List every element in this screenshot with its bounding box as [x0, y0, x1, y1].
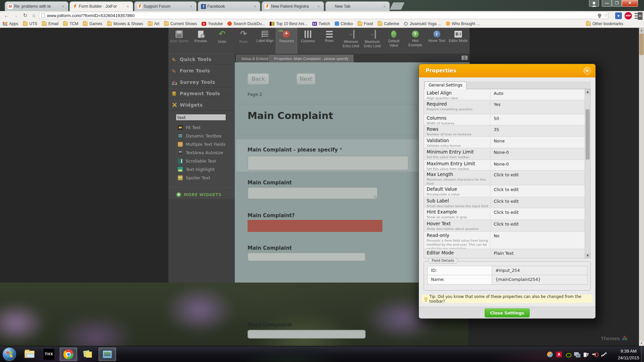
property-value[interactable]: None: [490, 137, 590, 148]
home-icon[interactable]: ⌂: [30, 12, 38, 19]
taskbar-snipping-tool[interactable]: [99, 348, 116, 361]
dialog-titlebar[interactable]: Properties: [419, 64, 595, 77]
bookmark-item[interactable]: Movies & Shows: [107, 21, 143, 26]
tray-network-icon[interactable]: [601, 352, 607, 357]
property-row[interactable]: Label Align Align question label Auto: [424, 89, 590, 100]
property-row[interactable]: Maximum Entry Limit Set this value from …: [424, 160, 590, 171]
themes-button[interactable]: Themes: [601, 336, 628, 341]
back-icon[interactable]: ←: [3, 12, 10, 19]
widget-item[interactable]: TextArea Autosize: [168, 148, 235, 157]
form-back-button[interactable]: Back: [248, 73, 269, 84]
property-row[interactable]: Hint Example Show an example in gray Cli…: [424, 208, 590, 220]
bookmark-item[interactable]: Twitch: [312, 21, 330, 26]
property-value[interactable]: Yes: [490, 100, 590, 114]
widget-item[interactable]: Dynamic Textbox: [168, 132, 235, 140]
property-value[interactable]: Click to edit: [490, 171, 590, 185]
toolbar-button[interactable]: Rows: [319, 28, 340, 54]
adblock-icon[interactable]: ABP 21: [625, 12, 632, 19]
widget-item[interactable]: Multiple Text Fields: [168, 140, 235, 148]
toolbar-button[interactable]: Maximum Entry Limit: [362, 28, 383, 54]
browser-tab[interactable]: Re: problems with te: [5, 1, 68, 11]
property-row[interactable]: Hover Text Show description about questi…: [424, 220, 590, 232]
maximize-button[interactable]: [612, 0, 622, 7]
close-settings-button[interactable]: Close Settings: [485, 308, 529, 317]
toolbar-button[interactable]: Hover Text: [426, 28, 447, 54]
tray-photo-icon[interactable]: [547, 352, 553, 357]
property-value[interactable]: No: [490, 232, 590, 249]
scroll-down-icon[interactable]: [639, 341, 644, 346]
field-label[interactable]: Main Complaint - please specify *: [248, 147, 342, 153]
property-value[interactable]: Auto: [490, 89, 590, 100]
tab-properties[interactable]: Properties: Main Complaint - please spec…: [269, 55, 354, 62]
sidebar-section[interactable]: Survey Tools: [168, 76, 235, 88]
field-textarea[interactable]: [248, 156, 409, 170]
property-row[interactable]: Read-only Prevents a form field value fr…: [424, 232, 590, 249]
sidebar-section[interactable]: Form Tools: [168, 65, 235, 76]
scroll-thumb[interactable]: [586, 109, 590, 160]
field-label[interactable]: Main Complaint: [248, 322, 292, 328]
toolbar-button[interactable]: Redo: [233, 28, 254, 54]
property-row[interactable]: Default Value Pre-populate a value Click…: [424, 185, 590, 197]
bookmark-item[interactable]: Top 10 Best Ani...: [270, 21, 307, 26]
new-tab-button[interactable]: [390, 2, 405, 10]
field-label[interactable]: Main Complaint: [248, 245, 292, 251]
taskbar-explorer[interactable]: [21, 348, 38, 361]
widget-item[interactable]: Text Highlight: [168, 165, 235, 174]
start-button[interactable]: [3, 348, 16, 361]
sidebar-section[interactable]: Widgets: [168, 99, 235, 111]
url-text[interactable]: www.jotform.com//?formID=53260419357860: [47, 13, 135, 18]
collapse-toolbar-icon[interactable]: [462, 56, 468, 60]
taskbar-thx[interactable]: THX: [40, 348, 58, 361]
taskbar-chrome[interactable]: [60, 348, 77, 361]
tray-adobe-icon[interactable]: [556, 352, 562, 357]
property-value[interactable]: None-0: [490, 148, 590, 160]
toolbar-button[interactable]: Default Value: [383, 28, 405, 54]
toolbar-button[interactable]: Preview: [190, 28, 211, 54]
tab-close-icon[interactable]: [125, 4, 130, 9]
toolbar-button[interactable]: Editor Mode: [447, 28, 469, 54]
address-bar[interactable]: www.jotform.com//?formID=53260419357860: [39, 12, 608, 19]
widget-item[interactable]: Scrollable Text: [168, 157, 235, 165]
tray-volume-muted-icon[interactable]: [592, 352, 598, 357]
property-row[interactable]: Validation Validate entry format None: [424, 137, 590, 148]
bookmark-item[interactable]: UTS: [23, 21, 37, 26]
field-input[interactable]: [248, 252, 366, 261]
widget-item[interactable]: Fit Text: [168, 123, 235, 132]
tray-display-icon[interactable]: [574, 352, 580, 357]
forward-icon[interactable]: →: [12, 12, 19, 19]
browser-tab[interactable]: New Patient Registra: [262, 1, 324, 11]
sidebar-section[interactable]: Payment Tools: [168, 88, 235, 99]
browser-tab[interactable]: Facebook: [198, 1, 260, 11]
page-scrollbar[interactable]: [639, 28, 644, 346]
bookmark-item[interactable]: Food: [358, 21, 373, 26]
close-button[interactable]: [622, 0, 638, 7]
toolbar-button[interactable]: Minimum Entry Limit: [340, 28, 362, 54]
field-red-box[interactable]: [248, 220, 382, 232]
property-row[interactable]: Rows Number of lines on textarea 35: [424, 125, 590, 137]
bookmark-item[interactable]: Who Brought ...: [446, 21, 480, 26]
bookmark-item[interactable]: Jivamukti Yoga ...: [404, 21, 441, 26]
resize-grip[interactable]: [374, 195, 377, 198]
taskbar-clock[interactable]: 9:39 AM 24/11/2015: [618, 348, 639, 361]
property-row[interactable]: Max Length Maximum allowed characters fo…: [424, 171, 590, 185]
toolbar-button[interactable]: ON Required: [276, 28, 297, 54]
bookmark-item[interactable]: TCM: [63, 21, 78, 26]
widget-item[interactable]: Spoiler Text: [168, 174, 235, 182]
toolbar-button[interactable]: Auto Saved: [168, 28, 190, 54]
browser-tab[interactable]: Form Builder · JotFor: [69, 1, 133, 11]
download-extension-icon[interactable]: [615, 12, 622, 19]
field-label[interactable]: Main Complaint?: [248, 213, 295, 219]
bookmark-item[interactable]: Youtube: [202, 21, 223, 26]
bookmark-item[interactable]: Current Shows: [164, 21, 197, 26]
field-input[interactable]: [248, 330, 366, 339]
bookmark-item[interactable]: Art: [148, 21, 159, 26]
browser-tab[interactable]: Support Forum: [134, 1, 197, 11]
property-value[interactable]: Click to edit: [490, 220, 590, 231]
field-label[interactable]: Main Complaint: [248, 180, 292, 186]
tab-general-settings[interactable]: General Settings: [424, 81, 467, 89]
taskbar-sticky-notes[interactable]: [79, 348, 97, 361]
property-row[interactable]: Columns Width of textarea 50: [424, 114, 590, 125]
tray-nvidia-icon[interactable]: [565, 352, 571, 357]
property-value[interactable]: Plain Text: [490, 249, 590, 258]
property-value[interactable]: Click to edit: [490, 197, 590, 208]
